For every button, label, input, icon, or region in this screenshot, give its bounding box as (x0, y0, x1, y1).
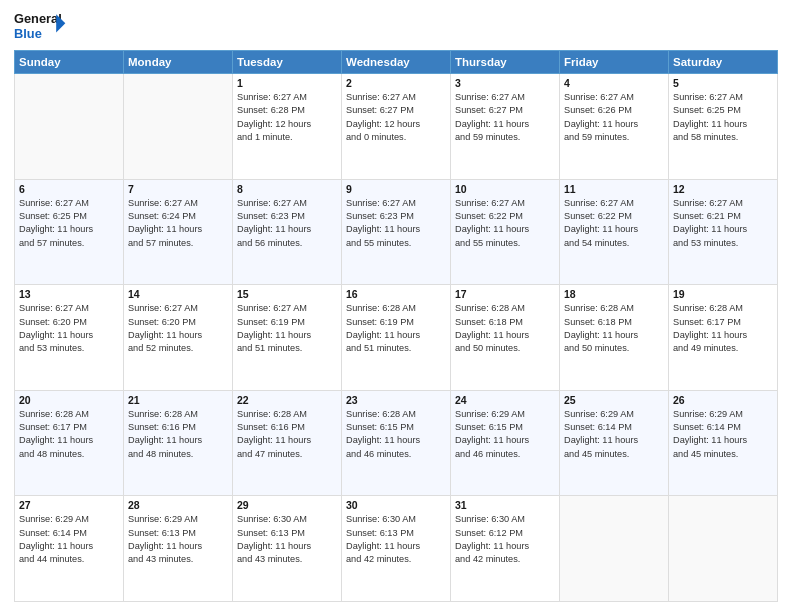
calendar-cell: 18Sunrise: 6:28 AM Sunset: 6:18 PM Dayli… (560, 285, 669, 391)
day-info: Sunrise: 6:27 AM Sunset: 6:27 PM Dayligh… (455, 91, 555, 144)
day-info: Sunrise: 6:27 AM Sunset: 6:19 PM Dayligh… (237, 302, 337, 355)
day-info: Sunrise: 6:28 AM Sunset: 6:18 PM Dayligh… (564, 302, 664, 355)
day-info: Sunrise: 6:30 AM Sunset: 6:13 PM Dayligh… (237, 513, 337, 566)
day-info: Sunrise: 6:27 AM Sunset: 6:25 PM Dayligh… (673, 91, 773, 144)
day-number: 9 (346, 183, 446, 195)
weekday-header: Thursday (451, 51, 560, 74)
weekday-header: Tuesday (233, 51, 342, 74)
weekday-header: Wednesday (342, 51, 451, 74)
day-number: 10 (455, 183, 555, 195)
svg-text:Blue: Blue (14, 26, 42, 41)
day-info: Sunrise: 6:28 AM Sunset: 6:15 PM Dayligh… (346, 408, 446, 461)
day-info: Sunrise: 6:27 AM Sunset: 6:22 PM Dayligh… (564, 197, 664, 250)
day-info: Sunrise: 6:27 AM Sunset: 6:20 PM Dayligh… (19, 302, 119, 355)
day-info: Sunrise: 6:30 AM Sunset: 6:12 PM Dayligh… (455, 513, 555, 566)
day-number: 12 (673, 183, 773, 195)
day-number: 27 (19, 499, 119, 511)
day-info: Sunrise: 6:29 AM Sunset: 6:14 PM Dayligh… (564, 408, 664, 461)
day-number: 7 (128, 183, 228, 195)
day-number: 1 (237, 77, 337, 89)
calendar-cell: 22Sunrise: 6:28 AM Sunset: 6:16 PM Dayli… (233, 390, 342, 496)
calendar-cell: 26Sunrise: 6:29 AM Sunset: 6:14 PM Dayli… (669, 390, 778, 496)
calendar-cell: 31Sunrise: 6:30 AM Sunset: 6:12 PM Dayli… (451, 496, 560, 602)
day-info: Sunrise: 6:28 AM Sunset: 6:16 PM Dayligh… (128, 408, 228, 461)
calendar-cell (669, 496, 778, 602)
calendar-cell: 9Sunrise: 6:27 AM Sunset: 6:23 PM Daylig… (342, 179, 451, 285)
calendar-cell: 27Sunrise: 6:29 AM Sunset: 6:14 PM Dayli… (15, 496, 124, 602)
calendar-cell: 11Sunrise: 6:27 AM Sunset: 6:22 PM Dayli… (560, 179, 669, 285)
day-number: 23 (346, 394, 446, 406)
day-info: Sunrise: 6:29 AM Sunset: 6:14 PM Dayligh… (19, 513, 119, 566)
weekday-header: Friday (560, 51, 669, 74)
day-info: Sunrise: 6:28 AM Sunset: 6:17 PM Dayligh… (19, 408, 119, 461)
calendar-cell: 1Sunrise: 6:27 AM Sunset: 6:28 PM Daylig… (233, 74, 342, 180)
day-info: Sunrise: 6:28 AM Sunset: 6:17 PM Dayligh… (673, 302, 773, 355)
day-number: 20 (19, 394, 119, 406)
day-info: Sunrise: 6:29 AM Sunset: 6:15 PM Dayligh… (455, 408, 555, 461)
day-number: 25 (564, 394, 664, 406)
calendar-cell: 25Sunrise: 6:29 AM Sunset: 6:14 PM Dayli… (560, 390, 669, 496)
day-info: Sunrise: 6:28 AM Sunset: 6:19 PM Dayligh… (346, 302, 446, 355)
day-number: 11 (564, 183, 664, 195)
day-info: Sunrise: 6:29 AM Sunset: 6:13 PM Dayligh… (128, 513, 228, 566)
day-info: Sunrise: 6:27 AM Sunset: 6:24 PM Dayligh… (128, 197, 228, 250)
calendar-cell: 16Sunrise: 6:28 AM Sunset: 6:19 PM Dayli… (342, 285, 451, 391)
calendar-cell: 20Sunrise: 6:28 AM Sunset: 6:17 PM Dayli… (15, 390, 124, 496)
calendar-cell: 15Sunrise: 6:27 AM Sunset: 6:19 PM Dayli… (233, 285, 342, 391)
calendar-cell: 5Sunrise: 6:27 AM Sunset: 6:25 PM Daylig… (669, 74, 778, 180)
day-number: 30 (346, 499, 446, 511)
svg-text:General: General (14, 11, 62, 26)
day-info: Sunrise: 6:27 AM Sunset: 6:25 PM Dayligh… (19, 197, 119, 250)
day-number: 3 (455, 77, 555, 89)
calendar-cell: 4Sunrise: 6:27 AM Sunset: 6:26 PM Daylig… (560, 74, 669, 180)
calendar-cell: 30Sunrise: 6:30 AM Sunset: 6:13 PM Dayli… (342, 496, 451, 602)
day-info: Sunrise: 6:27 AM Sunset: 6:20 PM Dayligh… (128, 302, 228, 355)
day-info: Sunrise: 6:27 AM Sunset: 6:22 PM Dayligh… (455, 197, 555, 250)
calendar-cell: 7Sunrise: 6:27 AM Sunset: 6:24 PM Daylig… (124, 179, 233, 285)
calendar-cell: 10Sunrise: 6:27 AM Sunset: 6:22 PM Dayli… (451, 179, 560, 285)
calendar-cell: 24Sunrise: 6:29 AM Sunset: 6:15 PM Dayli… (451, 390, 560, 496)
day-info: Sunrise: 6:29 AM Sunset: 6:14 PM Dayligh… (673, 408, 773, 461)
weekday-header: Monday (124, 51, 233, 74)
day-info: Sunrise: 6:27 AM Sunset: 6:27 PM Dayligh… (346, 91, 446, 144)
day-info: Sunrise: 6:27 AM Sunset: 6:23 PM Dayligh… (346, 197, 446, 250)
day-number: 15 (237, 288, 337, 300)
day-number: 14 (128, 288, 228, 300)
day-number: 16 (346, 288, 446, 300)
logo: GeneralBlue (14, 10, 69, 44)
day-number: 29 (237, 499, 337, 511)
day-number: 17 (455, 288, 555, 300)
day-number: 19 (673, 288, 773, 300)
day-number: 6 (19, 183, 119, 195)
calendar-cell: 12Sunrise: 6:27 AM Sunset: 6:21 PM Dayli… (669, 179, 778, 285)
calendar-cell (124, 74, 233, 180)
day-number: 8 (237, 183, 337, 195)
day-number: 26 (673, 394, 773, 406)
day-info: Sunrise: 6:28 AM Sunset: 6:18 PM Dayligh… (455, 302, 555, 355)
calendar-cell (15, 74, 124, 180)
calendar-cell: 6Sunrise: 6:27 AM Sunset: 6:25 PM Daylig… (15, 179, 124, 285)
day-info: Sunrise: 6:30 AM Sunset: 6:13 PM Dayligh… (346, 513, 446, 566)
weekday-header: Saturday (669, 51, 778, 74)
day-number: 24 (455, 394, 555, 406)
calendar-cell: 2Sunrise: 6:27 AM Sunset: 6:27 PM Daylig… (342, 74, 451, 180)
day-number: 28 (128, 499, 228, 511)
day-info: Sunrise: 6:27 AM Sunset: 6:21 PM Dayligh… (673, 197, 773, 250)
calendar-cell: 28Sunrise: 6:29 AM Sunset: 6:13 PM Dayli… (124, 496, 233, 602)
day-number: 31 (455, 499, 555, 511)
logo-icon: GeneralBlue (14, 10, 69, 44)
calendar-cell: 17Sunrise: 6:28 AM Sunset: 6:18 PM Dayli… (451, 285, 560, 391)
day-info: Sunrise: 6:28 AM Sunset: 6:16 PM Dayligh… (237, 408, 337, 461)
calendar-cell: 14Sunrise: 6:27 AM Sunset: 6:20 PM Dayli… (124, 285, 233, 391)
day-number: 4 (564, 77, 664, 89)
day-number: 21 (128, 394, 228, 406)
day-number: 18 (564, 288, 664, 300)
day-number: 22 (237, 394, 337, 406)
calendar-table: SundayMondayTuesdayWednesdayThursdayFrid… (14, 50, 778, 602)
day-info: Sunrise: 6:27 AM Sunset: 6:28 PM Dayligh… (237, 91, 337, 144)
calendar-cell: 21Sunrise: 6:28 AM Sunset: 6:16 PM Dayli… (124, 390, 233, 496)
calendar-cell: 19Sunrise: 6:28 AM Sunset: 6:17 PM Dayli… (669, 285, 778, 391)
calendar-cell (560, 496, 669, 602)
weekday-header: Sunday (15, 51, 124, 74)
page-header: GeneralBlue (14, 10, 778, 44)
